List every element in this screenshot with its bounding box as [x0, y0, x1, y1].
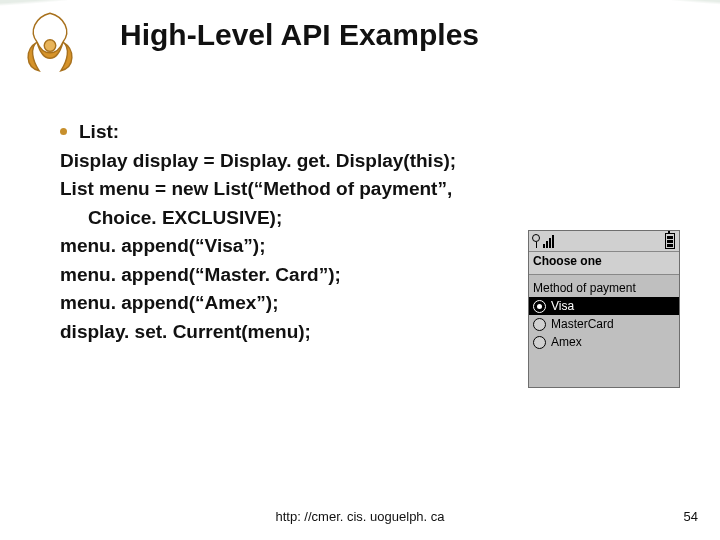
- code-line: menu. append(“Visa”);: [60, 232, 520, 261]
- option-label: Visa: [551, 299, 574, 313]
- antenna-icon: [533, 234, 539, 248]
- phone-emulator: Choose one Method of payment Visa Master…: [528, 230, 680, 388]
- bullet-label: List:: [79, 118, 119, 147]
- radio-option[interactable]: Amex: [529, 333, 679, 351]
- radio-icon: [533, 336, 546, 349]
- radio-option[interactable]: MasterCard: [529, 315, 679, 333]
- radio-icon: [533, 318, 546, 331]
- code-line: List menu = new List(“Method of payment”…: [60, 175, 520, 204]
- code-line: Display display = Display. get. Display(…: [60, 147, 520, 176]
- phone-prompt: Method of payment: [529, 279, 679, 297]
- code-line: menu. append(“Amex”);: [60, 289, 520, 318]
- bullet-dot-icon: [60, 128, 67, 135]
- trefoil-logo: [14, 6, 86, 78]
- footer-url: http: //cmer. cis. uoguelph. ca: [0, 509, 720, 524]
- slide: High-Level API Examples List: Display di…: [0, 0, 720, 540]
- page-number: 54: [684, 509, 698, 524]
- phone-body: Method of payment Visa MasterCard Amex: [529, 275, 679, 351]
- radio-icon: [533, 300, 546, 313]
- option-label: Amex: [551, 335, 582, 349]
- slide-title: High-Level API Examples: [120, 18, 479, 52]
- battery-icon: [665, 233, 675, 249]
- code-line: menu. append(“Master. Card”);: [60, 261, 520, 290]
- option-label: MasterCard: [551, 317, 614, 331]
- svg-point-0: [44, 40, 56, 52]
- phone-window-title: Choose one: [529, 252, 679, 275]
- phone-status-bar: [529, 231, 679, 252]
- code-line: Choice. EXCLUSIVE);: [60, 204, 520, 233]
- radio-option[interactable]: Visa: [529, 297, 679, 315]
- slide-body: List: Display display = Display. get. Di…: [60, 118, 520, 346]
- code-line: display. set. Current(menu);: [60, 318, 520, 347]
- signal-icon: [543, 234, 555, 248]
- bullet-item: List:: [60, 118, 520, 147]
